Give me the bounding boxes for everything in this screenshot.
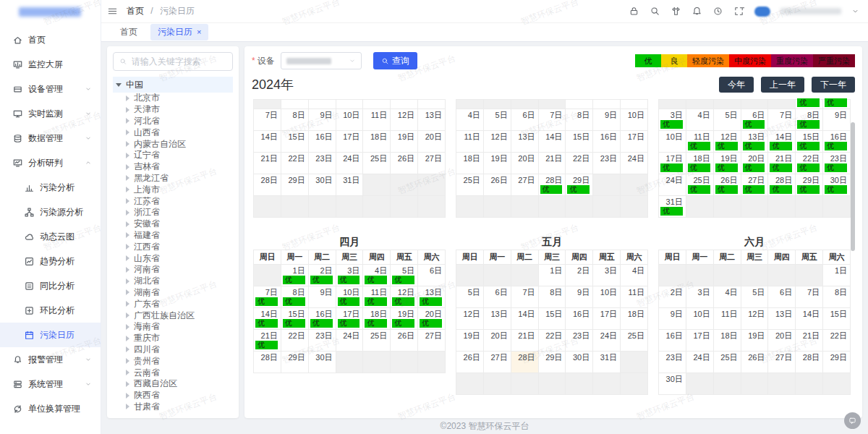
- tree-item-province[interactable]: 西藏自治区: [113, 378, 233, 390]
- day-cell[interactable]: 9日: [566, 286, 593, 308]
- day-cell[interactable]: 13日: [483, 308, 511, 330]
- day-cell[interactable]: 7日: [538, 109, 566, 131]
- tab-home[interactable]: 首页: [113, 24, 145, 41]
- day-cell[interactable]: 27日: [418, 153, 446, 174]
- day-cell[interactable]: 12日: [483, 131, 511, 153]
- day-cell[interactable]: 4日: [713, 286, 741, 308]
- day-cell[interactable]: [566, 100, 593, 109]
- day-cell[interactable]: 优: [823, 100, 851, 109]
- day-cell[interactable]: 8日优: [796, 109, 823, 131]
- day-cell[interactable]: 11日: [456, 131, 484, 153]
- day-cell[interactable]: 30日优: [823, 174, 851, 196]
- day-cell[interactable]: 26日: [391, 153, 418, 174]
- day-cell[interactable]: 7日: [511, 286, 538, 308]
- day-cell[interactable]: 22日: [281, 330, 308, 352]
- tree-item-province[interactable]: 辽宁省: [113, 150, 233, 161]
- day-cell[interactable]: 7日: [796, 286, 823, 308]
- theme-icon[interactable]: [671, 6, 681, 17]
- day-cell[interactable]: 13日: [768, 308, 796, 330]
- day-cell[interactable]: 18日: [456, 153, 484, 174]
- day-cell[interactable]: 17日: [621, 131, 648, 153]
- day-cell[interactable]: 15日优: [281, 308, 308, 330]
- day-cell[interactable]: 16日优: [308, 308, 336, 330]
- day-cell[interactable]: 10日: [593, 286, 621, 308]
- day-cell[interactable]: 17日: [336, 131, 363, 153]
- day-cell[interactable]: 18日优: [686, 153, 713, 174]
- day-cell[interactable]: 17日优: [659, 153, 686, 174]
- day-cell[interactable]: 9日: [823, 109, 851, 131]
- sidebar-item-home[interactable]: 首页: [0, 27, 101, 52]
- day-cell[interactable]: 20日: [511, 153, 538, 174]
- tree-item-province[interactable]: 广西壮族自治区: [113, 310, 233, 321]
- day-cell[interactable]: 1日: [823, 265, 851, 286]
- day-cell[interactable]: 11日优: [363, 286, 391, 308]
- tree-item-province[interactable]: 湖北省: [113, 276, 233, 287]
- tree-item-province[interactable]: 四川省: [113, 344, 233, 356]
- day-cell[interactable]: 28日优: [768, 174, 796, 196]
- tree-item-province[interactable]: 甘肃省: [113, 401, 233, 412]
- tree-item-province[interactable]: 北京市: [113, 93, 233, 104]
- day-cell[interactable]: 21日: [538, 153, 566, 174]
- tree-item-province[interactable]: 江苏省: [113, 195, 233, 207]
- avatar[interactable]: [754, 7, 770, 17]
- day-cell[interactable]: 19日: [741, 330, 768, 352]
- day-cell[interactable]: 29日优: [796, 174, 823, 196]
- day-cell[interactable]: 31日: [593, 352, 621, 373]
- day-cell[interactable]: 22日: [281, 153, 308, 174]
- day-cell[interactable]: 18日优: [363, 308, 391, 330]
- day-cell[interactable]: [418, 100, 446, 109]
- day-cell[interactable]: 23日: [308, 330, 336, 352]
- day-cell[interactable]: 8日: [566, 109, 593, 131]
- sidebar-item-pollution-analysis[interactable]: 污染分析: [0, 175, 101, 200]
- sidebar-item-trend-analysis[interactable]: 趋势分析: [0, 249, 101, 273]
- day-cell[interactable]: 6日: [483, 286, 511, 308]
- sidebar-item-big-screen[interactable]: 监控大屏: [0, 52, 101, 77]
- sidebar-item-device-mgmt[interactable]: 设备管理: [0, 77, 101, 101]
- day-cell[interactable]: 28日: [511, 352, 538, 373]
- day-cell[interactable]: [621, 100, 648, 109]
- day-cell[interactable]: 10日: [659, 131, 686, 153]
- day-cell[interactable]: 17日: [686, 330, 713, 352]
- day-cell[interactable]: 3日优: [336, 265, 363, 286]
- day-cell[interactable]: 26日: [456, 352, 484, 373]
- sidebar-item-dynamic-cloud-map[interactable]: 动态云图: [0, 224, 101, 249]
- day-cell[interactable]: 12日优: [391, 286, 418, 308]
- tree-item-province[interactable]: 山西省: [113, 127, 233, 138]
- day-cell[interactable]: [593, 100, 621, 109]
- day-cell[interactable]: 1日: [538, 265, 566, 286]
- breadcrumb-home-link[interactable]: 首页: [127, 6, 144, 16]
- tree-item-province[interactable]: 福建省: [113, 230, 233, 242]
- day-cell[interactable]: 6日: [511, 109, 538, 131]
- tab-pollution-calendar[interactable]: 污染日历×: [150, 24, 208, 41]
- tree-item-province[interactable]: 江西省: [113, 241, 233, 252]
- day-cell[interactable]: 12日: [456, 308, 484, 330]
- sidebar-item-pollution-calendar[interactable]: 污染日历: [0, 323, 101, 347]
- day-cell[interactable]: 7日: [254, 109, 281, 131]
- day-cell[interactable]: 20日优: [741, 153, 768, 174]
- day-cell[interactable]: [281, 100, 308, 109]
- tree-item-province[interactable]: 重庆市: [113, 333, 233, 344]
- day-cell[interactable]: 28日: [796, 352, 823, 373]
- day-cell[interactable]: [363, 100, 391, 109]
- tree-item-province[interactable]: 黑龙江省: [113, 173, 233, 184]
- day-cell[interactable]: 27日: [418, 330, 446, 352]
- day-cell[interactable]: 15日优: [796, 131, 823, 153]
- tree-item-province[interactable]: 吉林省: [113, 161, 233, 173]
- day-cell[interactable]: 23日优: [823, 153, 851, 174]
- tree-search-input[interactable]: [132, 56, 226, 67]
- day-cell[interactable]: 15日: [566, 131, 593, 153]
- day-cell[interactable]: 29日: [281, 352, 308, 373]
- day-cell[interactable]: 25日: [621, 330, 648, 352]
- day-cell[interactable]: 14日: [796, 308, 823, 330]
- day-cell[interactable]: 16日: [659, 330, 686, 352]
- tree-item-province[interactable]: 海南省: [113, 321, 233, 333]
- day-cell[interactable]: 18日: [363, 131, 391, 153]
- sidebar-item-unit-conversion[interactable]: 单位换算管理: [0, 396, 101, 421]
- chat-widget-button[interactable]: [844, 412, 861, 429]
- day-cell[interactable]: 26日优: [713, 174, 741, 196]
- day-cell[interactable]: 25日: [713, 352, 741, 373]
- day-cell[interactable]: 28日: [254, 174, 281, 196]
- day-cell[interactable]: 20日: [768, 330, 796, 352]
- day-cell[interactable]: 16日: [308, 131, 336, 153]
- day-cell[interactable]: 7日: [768, 109, 796, 131]
